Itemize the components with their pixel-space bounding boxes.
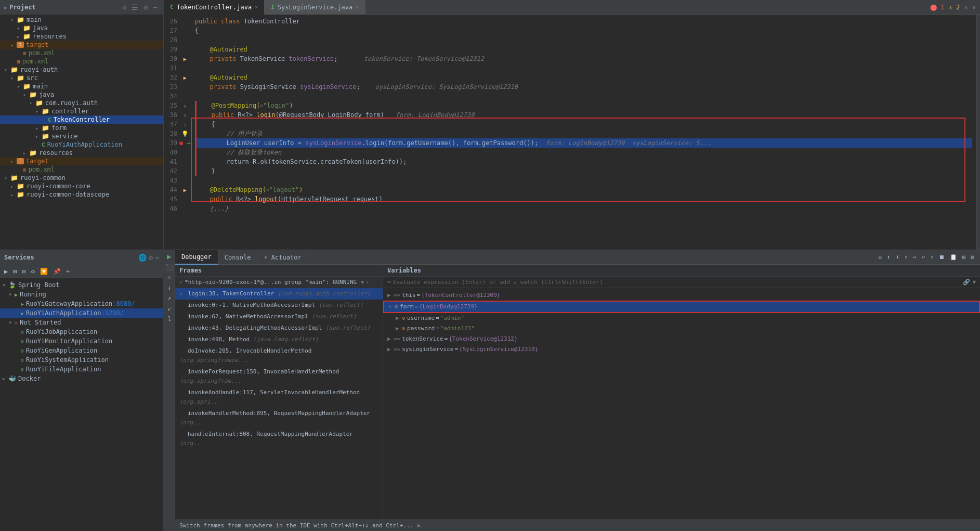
stop-debug-icon[interactable]: ⬛ <box>165 264 173 271</box>
debug-toolbar-6[interactable]: ↩ <box>920 253 927 261</box>
frame-item-6[interactable]: invokeAndHandle:117, ServletInvocableHan… <box>175 387 383 408</box>
service-springboot-group[interactable]: ▾ 🍃 Spring Boot <box>0 280 163 290</box>
sidebar-scope-icon[interactable]: ⊙ <box>121 3 128 12</box>
tree-item-tokencontroller[interactable]: ▸ C TokenController <box>0 115 163 124</box>
tree-item-service[interactable]: ▸ 📁 service <box>0 132 163 140</box>
filter-btn[interactable]: 🔽 <box>38 267 50 276</box>
frame-item-2[interactable]: invoke:43, DelegatingMethodAccessorImpl … <box>175 322 383 334</box>
tab-close-1[interactable]: ✕ <box>356 4 359 10</box>
frame-item-0[interactable]: invoke:0:-1, NativeMethodAccessorImpl (s… <box>175 300 383 311</box>
tree-item-java[interactable]: ▾ 📁 java <box>0 24 163 32</box>
var-this[interactable]: ▶ ∞∞ this = {TokenController@12309} <box>383 290 980 301</box>
tree-item-controller[interactable]: ▾ 📁 controller <box>0 107 163 115</box>
debug-toolbar-10[interactable]: ⊞ <box>961 253 968 261</box>
tab-sysloginservice[interactable]: I SysLoginService.java ✕ <box>265 0 365 15</box>
step-over-icon[interactable]: ↓ <box>167 284 171 291</box>
tree-item-resources2[interactable]: ▸ 📁 resources <box>0 149 163 157</box>
frame-item-3[interactable]: invoke:498, Method (java.lang.reflect) <box>175 334 383 345</box>
tree-item-java2[interactable]: ▾ 📁 java <box>0 90 163 99</box>
services-minimize-icon[interactable]: − <box>155 254 159 262</box>
service-job[interactable]: ▸ ⚙ RuoYiJobApplication <box>0 327 163 336</box>
var-password[interactable]: ▶ ⊙ password = "admin123" <box>383 323 980 334</box>
ungroup-btn[interactable]: ⊟ <box>20 267 28 276</box>
service-auth[interactable]: ▸ ▶ RuoYiAuthApplication :9200/ <box>0 308 163 318</box>
tab-console[interactable]: Console <box>218 250 258 265</box>
service-monitor[interactable]: ▸ ⚙ RuoYiMonitorApplication <box>0 336 163 346</box>
service-notstarted-group[interactable]: ▾ ✕ Not Started <box>0 318 163 327</box>
tree-item-main[interactable]: ▾ 📁 main <box>0 16 163 24</box>
filter-thread-icon[interactable]: ▼ <box>361 278 364 287</box>
gateway-port[interactable]: :8080/ <box>112 300 135 307</box>
tree-item-ruoyi-common-datascope[interactable]: ▸ 📁 ruoyi-common-datascope <box>0 190 163 199</box>
frame-item-4[interactable]: doInvoke:205, InvocableHandlerMethod (or… <box>175 345 383 366</box>
evaluate-placeholder[interactable]: Evaluate expression (Enter) or add a wat… <box>393 279 961 286</box>
debug-toolbar-3[interactable]: ⬇ <box>894 253 901 261</box>
var-tokenservice[interactable]: ▶ ∞∞ tokenService = {TokenService@12312} <box>383 334 980 344</box>
tree-item-pom2[interactable]: ▸ m pom.xml <box>0 57 163 66</box>
service-system[interactable]: ▸ ⚙ RuoYiSystemApplication <box>0 355 163 365</box>
tab-actuator[interactable]: ⚡ Actuator <box>257 250 308 265</box>
var-form[interactable]: ▾ ⊙ form = {LoginBody@12739} <box>383 301 980 313</box>
tree-item-main2[interactable]: ▾ 📁 main <box>0 82 163 90</box>
frame-item-active[interactable]: ✓ login:38, TokenController (com.ruoyi.a… <box>175 288 383 300</box>
link-icon[interactable]: 🔗 <box>963 279 970 286</box>
run-to-cursor-icon[interactable]: ⤵ <box>168 315 171 322</box>
settings-btn[interactable]: ⚙ <box>29 267 37 276</box>
tree-item-pom3[interactable]: ▸ m pom.xml <box>0 165 163 174</box>
frame-item-1[interactable]: invoke:62, NativeMethodAccessorImpl (sun… <box>175 311 383 322</box>
debug-toolbar-8[interactable]: ⏹ <box>937 253 946 261</box>
tree-item-ruoyiauth-app[interactable]: ▸ C RuoYiAuthApplication <box>0 140 163 149</box>
pin-btn[interactable]: 📌 <box>51 267 63 276</box>
tree-item-target2[interactable]: ▸ t target <box>0 157 163 165</box>
frame-item-5[interactable]: invokeForRequest:150, InvocableHandlerMe… <box>175 366 383 387</box>
step-into-icon[interactable]: ↗ <box>167 294 171 302</box>
thread-item[interactable]: ✓ *http-nio-9200-exec-1*@...in group "ma… <box>175 277 383 288</box>
debug-toolbar-1[interactable]: ≡ <box>877 253 883 261</box>
tab-close-0[interactable]: ✕ <box>255 4 258 10</box>
service-gen[interactable]: ▸ ⚙ RuoYiGenApplication <box>0 346 163 355</box>
debug-toolbar-2[interactable]: ⬆ <box>885 253 892 261</box>
editor-scrollbar[interactable] <box>976 15 980 250</box>
nav-down-icon[interactable]: ∨ <box>972 4 976 11</box>
add-service-btn[interactable]: + <box>64 267 72 276</box>
group-btn[interactable]: ⊞ <box>11 267 19 276</box>
watch-evaluate-bar[interactable]: ⌨ Evaluate expression (Enter) or add a w… <box>383 277 980 288</box>
add-thread-icon[interactable]: + <box>366 278 369 287</box>
debug-layout-icon[interactable]: ⊠ <box>969 253 976 261</box>
sidebar-settings-icon[interactable]: ⚙ <box>142 3 149 12</box>
debug-toolbar-9[interactable]: 📋 <box>948 253 959 261</box>
tree-item-comruoyi[interactable]: ▾ 📁 com.ruoyi.auth <box>0 99 163 107</box>
sidebar-minimize-icon[interactable]: − <box>152 3 159 12</box>
debug-toolbar-5[interactable]: ↩ <box>911 253 918 261</box>
tab-tokencontroller[interactable]: C TokenController.java ✕ <box>164 0 265 15</box>
run-all-btn[interactable]: ▶ <box>2 267 10 276</box>
tree-item-pom1[interactable]: ▸ m pom.xml <box>0 49 163 57</box>
mute-bps-icon[interactable]: ⊙ <box>167 274 171 281</box>
tree-item-ruoyi-auth[interactable]: ▾ 📁 ruoyi-auth <box>0 66 163 74</box>
var-sysloginservice[interactable]: ▶ ∞∞ sysLoginService = {SysLoginService@… <box>383 344 980 355</box>
debug-toolbar-7[interactable]: ⬆ <box>929 253 935 261</box>
services-global-icon[interactable]: 🌐 <box>138 254 147 262</box>
lamp-icon[interactable]: 💡 <box>181 131 189 137</box>
var-username[interactable]: ▶ ⊙ username = "admin" <box>383 313 980 323</box>
tree-item-target-1[interactable]: ▸ t target <box>0 41 163 49</box>
tab-debugger[interactable]: Debugger <box>175 250 218 265</box>
tree-item-src[interactable]: ▾ 📁 src <box>0 74 163 82</box>
frame-item-7[interactable]: invokeHandlerMethod:895, RequestMappingH… <box>175 408 383 429</box>
auth-port[interactable]: :9200/ <box>101 309 124 317</box>
frame-item-8[interactable]: handleInternal:808, RequestMappingHandle… <box>175 429 383 449</box>
service-running-group[interactable]: ▾ ▶ Running <box>0 290 163 299</box>
nav-up-icon[interactable]: ∧ <box>964 4 968 11</box>
service-gateway[interactable]: ▸ ▶ RuoYiGatewayApplication :8080/ <box>0 299 163 308</box>
tree-item-ruoyi-common[interactable]: ▾ 📁 ruoyi-common <box>0 174 163 182</box>
debug-toolbar-4[interactable]: ⬆ <box>903 253 909 261</box>
resume-icon[interactable]: ▶ <box>167 252 171 261</box>
breakpoint-icon[interactable]: ● <box>179 139 183 147</box>
tree-item-resources[interactable]: ▸ 📁 resources <box>0 32 163 41</box>
service-file[interactable]: ▸ ⚙ RuoYiFileApplication <box>0 365 163 374</box>
tree-item-form[interactable]: ▸ 📁 form <box>0 124 163 132</box>
step-out-icon[interactable]: ↙ <box>167 305 171 312</box>
service-docker[interactable]: ▸ 🐳 Docker <box>0 374 163 383</box>
sidebar-list-icon[interactable]: ☰ <box>130 3 140 12</box>
dropdown-icon[interactable]: ▼ <box>972 279 976 286</box>
